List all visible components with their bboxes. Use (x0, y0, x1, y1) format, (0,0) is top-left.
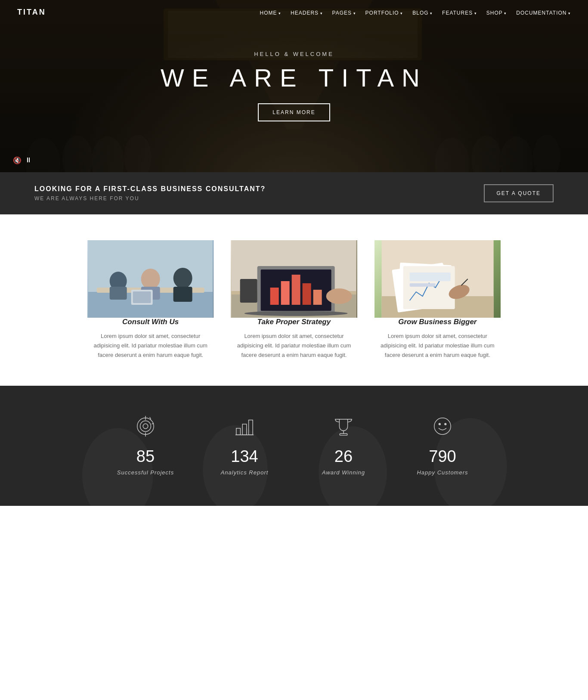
pause-icon[interactable]: ⏸ (25, 156, 32, 164)
site-logo[interactable]: TITAN (17, 8, 46, 17)
service-desc-strategy: Lorem ipsum dolor sit amet, consectetur … (231, 331, 357, 360)
service-title-consult: Consult With Us (87, 318, 214, 326)
nav-blog[interactable]: BLOG (412, 10, 433, 16)
bar-chart-icon (199, 416, 290, 440)
svg-rect-57 (236, 428, 241, 435)
svg-rect-62 (340, 434, 347, 436)
hero-section: HELLO & WELCOME WE ARE TITAN LEARN MORE … (0, 0, 588, 172)
service-card-consult: Consult With Us Lorem ipsum dolor sit am… (87, 240, 214, 360)
stat-number-projects: 85 (100, 447, 191, 466)
cta-heading: LOOKING FOR A FIRST-CLASS BUSINESS CONSU… (34, 185, 266, 193)
smile-icon (397, 416, 488, 440)
stat-number-awards: 26 (298, 447, 389, 466)
services-grid: Consult With Us Lorem ipsum dolor sit am… (87, 240, 501, 360)
svg-point-33 (244, 311, 348, 316)
service-image-consult (87, 240, 214, 318)
cta-text: LOOKING FOR A FIRST-CLASS BUSINESS CONSU… (34, 185, 266, 201)
svg-point-64 (439, 424, 440, 425)
grow-svg (374, 240, 501, 318)
service-image-grow (374, 240, 501, 318)
service-card-grow: Grow Business Bigger Lorem ipsum dolor s… (374, 240, 501, 360)
service-image-strategy (231, 240, 357, 318)
svg-rect-29 (281, 281, 290, 305)
get-quote-button[interactable]: GET A QUOTE (484, 184, 554, 202)
nav-features[interactable]: FEATURES (442, 10, 477, 16)
svg-rect-20 (173, 287, 192, 302)
svg-point-35 (326, 288, 352, 304)
svg-rect-42 (409, 283, 435, 287)
stat-number-analytics: 134 (199, 447, 290, 466)
consult-svg (87, 240, 214, 318)
stat-label-customers: Happy Customers (397, 469, 488, 476)
stat-projects: 85 Successful Projects (100, 416, 191, 476)
stat-awards: 26 Award Winning (298, 416, 389, 476)
cta-strip: LOOKING FOR A FIRST-CLASS BUSINESS CONSU… (0, 172, 588, 214)
volume-icon[interactable]: 🔇 (13, 156, 22, 164)
nav-portfolio[interactable]: PORTFOLIO (365, 10, 403, 16)
target-icon (100, 416, 191, 440)
svg-point-50 (137, 418, 154, 434)
svg-point-17 (141, 269, 160, 289)
svg-rect-41 (409, 273, 450, 281)
nav-menu: HOME HEADERS PAGES PORTFOLIO BLOG FEATUR… (260, 9, 571, 16)
svg-point-19 (173, 268, 192, 288)
stat-customers: 790 Happy Customers (397, 416, 488, 476)
hero-controls: 🔇 ⏸ (13, 156, 32, 164)
svg-point-52 (143, 424, 148, 429)
stat-label-analytics: Analytics Report (199, 469, 290, 476)
stat-label-projects: Successful Projects (100, 469, 191, 476)
hero-content: HELLO & WELCOME WE ARE TITAN LEARN MORE (161, 51, 427, 122)
svg-point-65 (445, 424, 446, 425)
navbar: TITAN HOME HEADERS PAGES PORTFOLIO BLOG … (0, 0, 588, 25)
cta-subheading: WE ARE ALWAYS HERE FOR YOU (34, 195, 266, 201)
strategy-svg (231, 240, 357, 318)
service-title-grow: Grow Business Bigger (374, 318, 501, 326)
hero-title: WE ARE TITAN (161, 64, 427, 92)
nav-headers[interactable]: HEADERS (291, 10, 323, 16)
svg-rect-34 (240, 279, 257, 303)
service-title-strategy: Take Proper Strategy (231, 318, 357, 326)
svg-point-51 (140, 421, 151, 432)
service-desc-consult: Lorem ipsum dolor sit amet, consectetur … (87, 331, 214, 360)
svg-rect-58 (242, 424, 247, 435)
svg-rect-16 (110, 287, 127, 300)
stat-analytics: 134 Analytics Report (199, 416, 290, 476)
svg-rect-32 (313, 290, 322, 305)
svg-rect-30 (292, 275, 300, 305)
stat-number-customers: 790 (397, 447, 488, 466)
svg-point-63 (434, 418, 451, 434)
stats-section: 85 Successful Projects 134 Analytics Rep… (0, 386, 588, 506)
svg-rect-59 (249, 420, 253, 435)
learn-more-button[interactable]: LEARN MORE (258, 103, 330, 121)
services-section: Consult With Us Lorem ipsum dolor sit am… (0, 214, 588, 386)
hero-subtitle: HELLO & WELCOME (161, 51, 427, 57)
service-card-strategy: Take Proper Strategy Lorem ipsum dolor s… (231, 240, 357, 360)
service-desc-grow: Lorem ipsum dolor sit amet, consectetur … (374, 331, 501, 360)
svg-rect-22 (133, 291, 151, 303)
stats-grid: 85 Successful Projects 134 Analytics Rep… (100, 416, 488, 476)
nav-documentation[interactable]: DOCUMENTATION (516, 10, 571, 16)
svg-rect-31 (303, 283, 311, 305)
nav-home[interactable]: HOME (260, 10, 282, 16)
nav-shop[interactable]: SHOP (486, 10, 507, 16)
nav-pages[interactable]: PAGES (332, 10, 356, 16)
svg-rect-28 (270, 288, 279, 305)
stat-label-awards: Award Winning (298, 469, 389, 476)
trophy-icon (298, 416, 389, 440)
